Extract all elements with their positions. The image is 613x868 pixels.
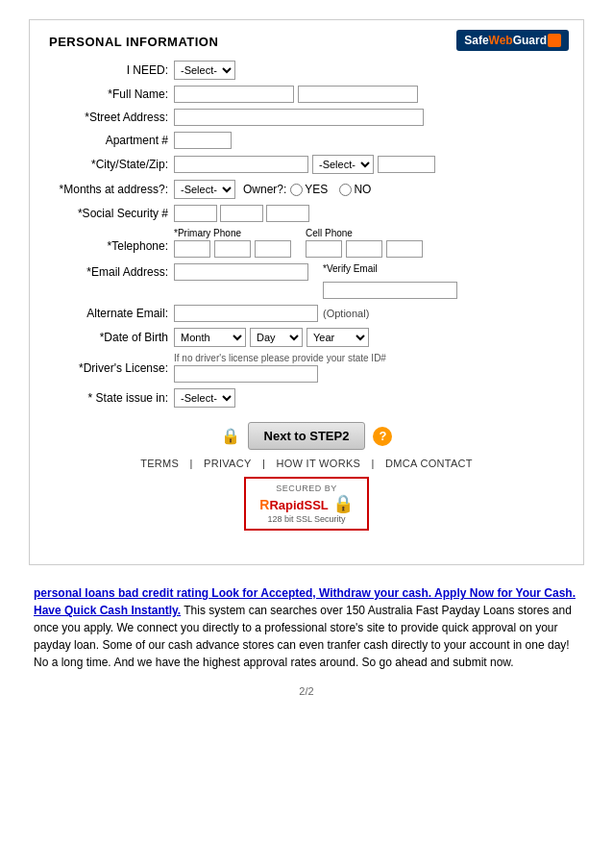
fullname-last-input[interactable] [298,86,418,103]
page-number: 2/2 [29,685,584,702]
email-label: *Email Address: [49,265,174,279]
email-columns: *Email Address: [49,263,308,281]
cell-phone-area[interactable] [306,240,342,258]
owner-yes-label[interactable]: YES [290,183,328,196]
apartment-row: Apartment # [49,132,564,149]
streetaddress-row: *Street Address: [49,109,564,126]
state-issue-label: * State issue in: [49,391,174,405]
drivers-row: *Driver's License: If no driver's licens… [49,353,564,383]
primary-phone-inputs [174,240,291,258]
dob-day-select[interactable]: Day [250,328,303,347]
state-issue-row: * State issue in: -Select- [49,388,564,408]
ineed-select[interactable]: -Select- [174,61,235,80]
page-container: PERSONAL INFORMATION SafeWebGuardD I NEE… [0,0,613,721]
primary-phone-label: *Primary Phone [174,228,241,238]
ssn-label: *Social Security # [49,207,174,220]
alt-email-input[interactable] [174,305,318,322]
telephone-columns: *Primary Phone Cell Phone [174,228,423,258]
state-select[interactable]: -Select- [312,155,374,174]
ssl-description: 128 bit SSL Security [256,514,357,524]
apartment-label: Apartment # [49,134,174,147]
email-section: *Email Address: *Verify Email [49,263,564,299]
safewebguard-logo: SafeWebGuardD [456,30,569,51]
dob-month-select[interactable]: Month [174,328,246,347]
dob-label: *Date of Birth [49,331,174,344]
ssl-box: SECURED BY RRapidSSL 🔒 128 bit SSL Secur… [244,477,369,531]
dob-row: *Date of Birth Month Day Year [49,328,564,347]
terms-link[interactable]: TERMS [140,458,179,469]
cell-phone-col: Cell Phone [306,228,423,258]
primary-phone-line[interactable] [255,240,291,258]
alt-email-row: Alternate Email: (Optional) [49,305,564,322]
drivers-note: If no driver's license please provide yo… [174,353,386,363]
owner-no-radio[interactable] [339,184,352,196]
ineed-label: I NEED: [49,63,174,77]
footer-links: TERMS | PRIVACY | HOW IT WORKS | DMCA CO… [49,458,564,469]
ssn-input1[interactable] [174,205,217,222]
alt-email-label: Alternate Email: [49,307,174,320]
next-button[interactable]: Next to STEP2 [248,422,366,450]
zip-input[interactable] [378,156,435,173]
sep1: | [189,458,196,469]
ssl-secured-text: SECURED BY [256,484,357,493]
ssn-row: *Social Security # [49,205,564,222]
privacy-link[interactable]: PRIVACY [204,458,252,469]
owner-no-label[interactable]: NO [339,183,371,196]
owner-label: Owner?: [243,183,286,196]
dmca-link[interactable]: DMCA CONTACT [385,458,473,469]
optional-text: (Optional) [323,308,369,319]
months-row: *Months at address?: -Select- Owner?: YE… [49,180,564,199]
primary-phone-area[interactable] [174,240,210,258]
streetaddress-label: *Street Address: [49,111,174,124]
fullname-label: *Full Name: [49,87,174,101]
cell-phone-line[interactable] [386,240,423,258]
apartment-input[interactable] [174,132,232,149]
help-icon[interactable]: ? [373,427,392,446]
ineed-row: I NEED: -Select- [49,61,564,80]
form-container: PERSONAL INFORMATION SafeWebGuardD I NEE… [29,19,584,565]
ssn-input2[interactable] [220,205,263,222]
cell-phone-inputs [306,240,423,258]
howitworks-link[interactable]: HOW IT WORKS [276,458,360,469]
lock-icon: 🔒 [221,427,240,445]
button-row: 🔒 Next to STEP2 ? [49,422,564,450]
owner-yes-radio[interactable] [290,184,303,196]
primary-phone-prefix[interactable] [214,240,251,258]
cell-phone-prefix[interactable] [346,240,382,258]
citystate-label: *City/State/Zip: [49,158,174,171]
email-row: *Email Address: [49,263,308,281]
ssl-badge: SECURED BY RRapidSSL 🔒 128 bit SSL Secur… [49,477,564,531]
citystate-row: *City/State/Zip: -Select- [49,155,564,174]
dob-inputs: Month Day Year [174,328,369,347]
verify-email-input[interactable] [323,282,457,299]
state-issue-select[interactable]: -Select- [174,388,235,408]
sep3: | [372,458,379,469]
streetaddress-input[interactable] [174,109,424,126]
telephone-label: *Telephone: [49,228,174,253]
email-input[interactable] [174,263,308,281]
drivers-input[interactable] [174,365,318,383]
telephone-row: *Telephone: *Primary Phone Cell Phone [49,228,564,258]
drivers-label: *Driver's License: [49,361,174,375]
dob-year-select[interactable]: Year [306,328,369,347]
owner-group: Owner?: YES NO [243,183,379,196]
fullname-first-input[interactable] [174,86,294,103]
verify-email-col: *Verify Email [323,263,457,299]
months-label: *Months at address?: [49,183,174,196]
ssl-brand: RRapidSSL 🔒 [256,493,357,514]
city-input[interactable] [174,156,308,173]
cell-phone-label: Cell Phone [306,228,353,238]
fullname-row: *Full Name: [49,86,564,103]
ssn-input3[interactable] [266,205,309,222]
primary-phone-col: *Primary Phone [174,228,291,258]
drivers-col: If no driver's license please provide yo… [174,353,386,383]
sep2: | [262,458,269,469]
promo-section: personal loans bad credit rating Look fo… [29,575,584,676]
verify-email-label: *Verify Email [323,263,457,274]
months-select[interactable]: -Select- [174,180,235,199]
